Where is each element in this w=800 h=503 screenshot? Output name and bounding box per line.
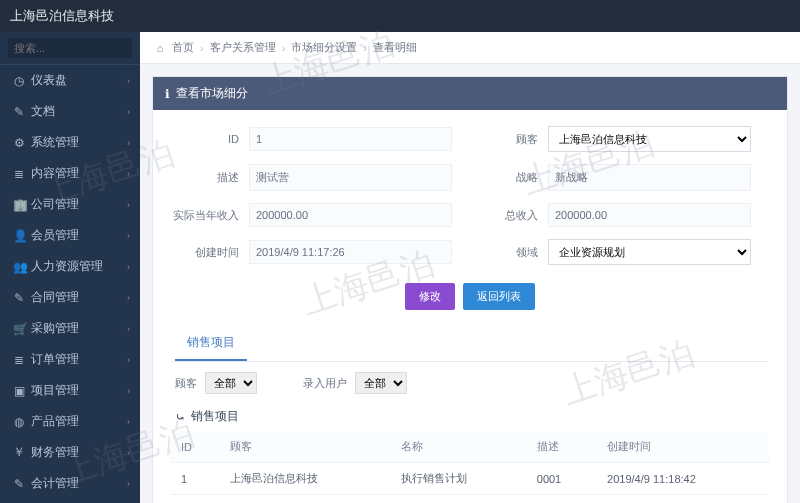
filter-user-label: 录入用户 <box>303 376 347 391</box>
label-desc: 描述 <box>171 170 249 185</box>
chevron-right-icon: › <box>127 417 130 427</box>
file-icon: ✎ <box>13 105 25 119</box>
nav-order[interactable]: ≣订单管理› <box>0 344 140 375</box>
label-domain: 领域 <box>470 245 548 260</box>
nav-label: 项目管理 <box>31 382 79 399</box>
filter-customer[interactable]: 全部 <box>205 372 257 394</box>
nav-label: 公司管理 <box>31 196 79 213</box>
info-icon: ℹ <box>165 87 170 101</box>
nav-bank[interactable]: 🏦内部银行› <box>0 499 140 503</box>
section-title-text: 销售项目 <box>191 408 239 425</box>
nav-label: 合同管理 <box>31 289 79 306</box>
cell-created: 2019/4/9 11:18:55 <box>597 495 769 504</box>
chevron-right-icon: › <box>282 42 286 54</box>
nav-system[interactable]: ⚙系统管理› <box>0 127 140 158</box>
nav-label: 订单管理 <box>31 351 79 368</box>
tab-sales[interactable]: 销售项目 <box>175 326 247 361</box>
sidebar: ◷仪表盘› ✎文档› ⚙系统管理› ≣内容管理› 🏢公司管理› 👤会员管理› 👥… <box>0 32 140 503</box>
nav-company[interactable]: 🏢公司管理› <box>0 189 140 220</box>
nav-member[interactable]: 👤会员管理› <box>0 220 140 251</box>
nav-docs[interactable]: ✎文档› <box>0 96 140 127</box>
nav-project[interactable]: ▣项目管理› <box>0 375 140 406</box>
building-icon: 🏢 <box>13 198 25 212</box>
nav-product[interactable]: ◍产品管理› <box>0 406 140 437</box>
filter-customer-label: 顾客 <box>175 376 197 391</box>
table-row[interactable]: 1 上海邑泊信息科技 执行销售计划 0001 2019/4/9 11:18:42 <box>171 463 769 495</box>
cell-id: 2 <box>171 495 220 504</box>
search-input[interactable] <box>8 38 132 58</box>
grid-icon: ▣ <box>13 384 25 398</box>
filter-user[interactable]: 全部 <box>355 372 407 394</box>
table-row[interactable]: 2 上海邑泊信息科技 执行销售2 2019/4/9 11:18:55 <box>171 495 769 504</box>
detail-panel: ℹ 查看市场细分 ID1 顾客上海邑泊信息科技 描述测试营 战略新战略 实际当年… <box>152 76 788 503</box>
chevron-right-icon: › <box>127 231 130 241</box>
cell-desc <box>527 495 597 504</box>
value-strategy: 新战略 <box>548 164 751 191</box>
main: ⌂ 首页 › 客户关系管理 › 市场细分设置 › 查看明细 ℹ 查看市场细分 I… <box>140 32 800 503</box>
th-name: 名称 <box>391 431 527 463</box>
crumb-home[interactable]: 首页 <box>172 40 194 55</box>
nav-dashboard[interactable]: ◷仪表盘› <box>0 65 140 96</box>
chevron-right-icon: › <box>363 42 367 54</box>
chevron-right-icon: › <box>127 200 130 210</box>
label-id: ID <box>171 133 249 145</box>
th-id: ID <box>171 431 220 463</box>
refresh-icon: ⤿ <box>175 410 185 424</box>
cube-icon: ◍ <box>13 415 25 429</box>
chevron-right-icon: › <box>127 386 130 396</box>
th-customer: 顾客 <box>220 431 391 463</box>
nav-label: 产品管理 <box>31 413 79 430</box>
crumb-segment[interactable]: 市场细分设置 <box>291 40 357 55</box>
breadcrumb: ⌂ 首页 › 客户关系管理 › 市场细分设置 › 查看明细 <box>140 32 800 64</box>
topbar: 上海邑泊信息科技 <box>0 0 800 32</box>
filters: 顾客 全部 录入用户 全部 <box>171 362 769 400</box>
nav-label: 内容管理 <box>31 165 79 182</box>
subtabs: 销售项目 <box>171 326 769 362</box>
home-icon: ⌂ <box>154 42 166 54</box>
select-domain[interactable]: 企业资源规划 <box>548 239 751 265</box>
nav-purchase[interactable]: 🛒采购管理› <box>0 313 140 344</box>
cell-customer: 上海邑泊信息科技 <box>220 463 391 495</box>
cell-created: 2019/4/9 11:18:42 <box>597 463 769 495</box>
crumb-detail: 查看明细 <box>373 40 417 55</box>
chevron-right-icon: › <box>127 448 130 458</box>
nav-label: 系统管理 <box>31 134 79 151</box>
nav-list: ◷仪表盘› ✎文档› ⚙系统管理› ≣内容管理› 🏢公司管理› 👤会员管理› 👥… <box>0 65 140 503</box>
value-created: 2019/4/9 11:17:26 <box>249 240 452 264</box>
nav-accounting[interactable]: ✎会计管理› <box>0 468 140 499</box>
gear-icon: ⚙ <box>13 136 25 150</box>
nav-contract[interactable]: ✎合同管理› <box>0 282 140 313</box>
chevron-right-icon: › <box>127 262 130 272</box>
panel-header: ℹ 查看市场细分 <box>153 77 787 110</box>
pen-icon: ✎ <box>13 291 25 305</box>
cell-desc: 0001 <box>527 463 597 495</box>
cell-name: 执行销售2 <box>391 495 527 504</box>
value-total: 200000.00 <box>548 203 751 227</box>
label-customer: 顾客 <box>470 132 548 147</box>
nav-label: 采购管理 <box>31 320 79 337</box>
users-icon: 👥 <box>13 260 25 274</box>
nav-content[interactable]: ≣内容管理› <box>0 158 140 189</box>
chevron-right-icon: › <box>127 324 130 334</box>
sales-table: ID 顾客 名称 描述 创建时间 1 上海邑泊信息科技 执行销售计划 0001 … <box>171 431 769 503</box>
panel-title: 查看市场细分 <box>176 85 248 102</box>
yen-icon: ￥ <box>13 444 25 461</box>
cart-icon: 🛒 <box>13 322 25 336</box>
nav-label: 会计管理 <box>31 475 79 492</box>
nav-finance[interactable]: ￥财务管理› <box>0 437 140 468</box>
chevron-right-icon: › <box>127 169 130 179</box>
crumb-crm[interactable]: 客户关系管理 <box>210 40 276 55</box>
label-created: 创建时间 <box>171 245 249 260</box>
back-button[interactable]: 返回列表 <box>463 283 535 310</box>
nav-label: 人力资源管理 <box>31 258 103 275</box>
select-customer[interactable]: 上海邑泊信息科技 <box>548 126 751 152</box>
edit-button[interactable]: 修改 <box>405 283 455 310</box>
user-icon: 👤 <box>13 229 25 243</box>
th-desc: 描述 <box>527 431 597 463</box>
chevron-right-icon: › <box>127 76 130 86</box>
label-strategy: 战略 <box>470 170 548 185</box>
section-title: ⤿ 销售项目 <box>171 400 769 431</box>
nav-hr[interactable]: 👥人力资源管理› <box>0 251 140 282</box>
list-icon: ≣ <box>13 353 25 367</box>
nav-label: 财务管理 <box>31 444 79 461</box>
